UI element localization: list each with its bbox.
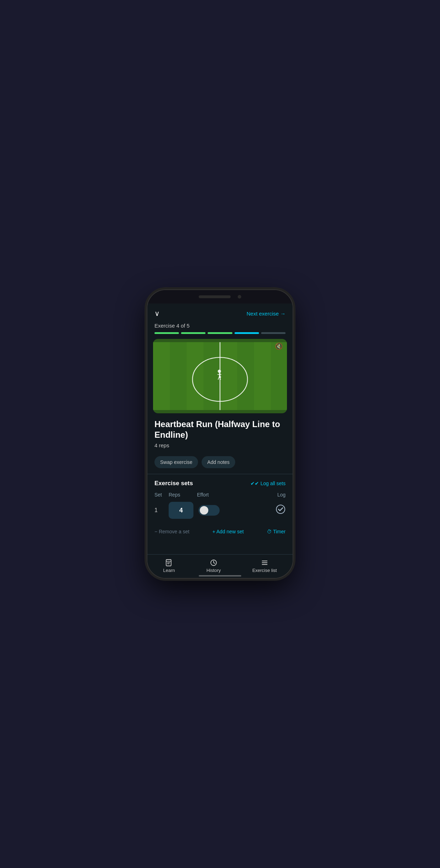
- progress-bar-1: [154, 332, 179, 334]
- progress-bar-5: [261, 332, 286, 334]
- notch-camera: [238, 295, 241, 299]
- header: ∨ Next exercise →: [147, 303, 293, 321]
- nav-history[interactable]: History: [207, 559, 221, 573]
- svg-rect-4: [254, 342, 271, 410]
- timer-button[interactable]: ⏱ Timer: [267, 529, 286, 534]
- exercise-title: Heartbeat Run (Halfway Line to Endline): [154, 419, 286, 440]
- list-icon: [261, 559, 269, 567]
- table-row: 1 4: [154, 500, 286, 523]
- remove-set-button[interactable]: − Remove a set: [154, 529, 190, 534]
- col-header-set: Set: [154, 492, 169, 498]
- nav-exercise-list[interactable]: Exercise list: [252, 559, 277, 573]
- add-set-button[interactable]: + Add new set: [212, 529, 243, 534]
- bottom-actions: − Remove a set + Add new set ⏱ Timer: [147, 523, 293, 538]
- sets-table-header: Set Reps Effort Log: [154, 492, 286, 500]
- svg-rect-2: [187, 342, 203, 410]
- swap-exercise-button[interactable]: Swap exercise: [154, 456, 198, 468]
- history-icon: [210, 559, 218, 567]
- svg-point-13: [276, 505, 285, 514]
- minus-icon: −: [154, 529, 157, 534]
- mute-icon[interactable]: 🔇: [275, 342, 283, 350]
- home-bar: [199, 575, 241, 577]
- progress-bar-2: [181, 332, 205, 334]
- exercise-counter: Exercise 4 of 5: [147, 321, 293, 332]
- sets-section: Exercise sets ✔✔ Log all sets Set Reps E…: [147, 474, 293, 523]
- nav-learn[interactable]: Learn: [163, 559, 175, 573]
- col-header-log: Log: [277, 492, 286, 498]
- exercise-reps: 4 reps: [154, 442, 286, 448]
- log-check-button[interactable]: [276, 504, 286, 516]
- next-exercise-button[interactable]: Next exercise →: [247, 311, 286, 317]
- svg-point-8: [218, 370, 221, 373]
- exercise-info: Heartbeat Run (Halfway Line to Endline) …: [147, 413, 293, 456]
- sets-header: Exercise sets ✔✔ Log all sets: [154, 480, 286, 487]
- add-set-label: + Add new set: [212, 529, 243, 534]
- log-all-sets-button[interactable]: ✔✔ Log all sets: [250, 481, 286, 486]
- notch-pill: [199, 295, 231, 298]
- collapse-button[interactable]: ∨: [154, 309, 160, 318]
- bottom-nav: Learn History Exercise list: [147, 554, 293, 578]
- timer-icon: ⏱: [267, 529, 272, 534]
- add-notes-button[interactable]: Add notes: [202, 456, 235, 468]
- col-header-effort: Effort: [197, 492, 229, 498]
- effort-toggle[interactable]: [198, 505, 220, 516]
- svg-rect-1: [153, 342, 170, 410]
- log-all-sets-label: Log all sets: [260, 481, 286, 486]
- set-number: 1: [154, 507, 169, 514]
- home-indicator: [147, 573, 293, 575]
- reps-input[interactable]: 4: [169, 502, 193, 519]
- double-check-icon: ✔✔: [250, 481, 259, 486]
- action-buttons: Swap exercise Add notes: [147, 456, 293, 474]
- progress-bars: [147, 332, 293, 339]
- exercise-media: 🔇: [153, 339, 287, 413]
- nav-history-label: History: [207, 568, 221, 573]
- remove-set-label: Remove a set: [159, 529, 189, 534]
- nav-exercise-list-label: Exercise list: [252, 568, 277, 573]
- nav-learn-label: Learn: [163, 568, 175, 573]
- progress-bar-4: [235, 332, 259, 334]
- col-header-reps: Reps: [169, 492, 197, 498]
- nav-items: Learn History Exercise list: [147, 559, 293, 573]
- toggle-knob: [200, 506, 208, 515]
- progress-bar-3: [208, 332, 232, 334]
- book-icon: [165, 559, 173, 567]
- sets-title: Exercise sets: [154, 480, 193, 487]
- timer-label: Timer: [273, 529, 286, 534]
